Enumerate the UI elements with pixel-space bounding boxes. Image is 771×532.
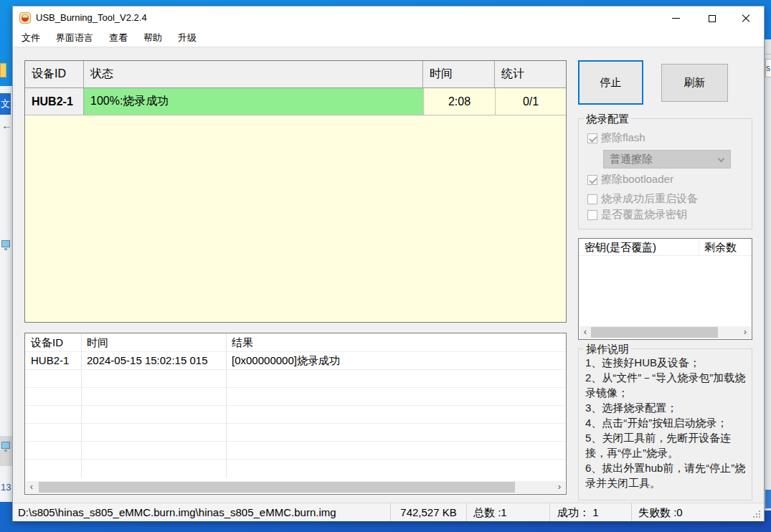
instructions-group: 操作说明 1、连接好HUB及设备； 2、从“文件”－“导入烧录包”加载烧录镜像；… — [578, 348, 752, 500]
menu-upgrade[interactable]: 升级 — [170, 29, 204, 47]
client-area: 设备ID 状态 时间 统计 HUB2-1 100%:烧录成功 2:08 0/1 … — [13, 47, 764, 503]
log-device-id: HUB2-1 — [25, 352, 81, 369]
resize-grip-icon[interactable] — [759, 516, 760, 518]
device-table-header: 设备ID 状态 时间 统计 — [25, 61, 566, 88]
background-letter: s — [765, 59, 771, 77]
checkbox-checked-icon[interactable] — [587, 175, 597, 185]
minimize-button[interactable] — [660, 6, 692, 30]
log-result: [0x00000000]烧录成功 — [226, 352, 566, 369]
erase-flash-option[interactable]: 擦除flash — [587, 131, 645, 145]
menu-file[interactable]: 文件 — [14, 29, 48, 47]
log-table: 设备ID 时间 结果 HUB2-1 2024-05-15 15:02:15 01… — [24, 333, 567, 495]
log-row-empty — [25, 405, 566, 423]
progress-bar: 100%:烧录成功 — [84, 88, 423, 115]
background-number: 13 — [1, 482, 11, 493]
back-arrow-icon: ← — [1, 119, 12, 131]
status-bar: D:\s805\hinas_s805_eMMC.burn.img\hinas_s… — [13, 503, 764, 521]
reboot-after-option[interactable]: 烧录成功后重启设备 — [587, 192, 698, 206]
stop-button[interactable]: 停止 — [578, 60, 643, 105]
instruction-step: 1、连接好HUB及设备； — [585, 355, 749, 370]
header-stat: 统计 — [495, 61, 566, 87]
window-title: USB_Burning_Tool_V2.2.4 — [36, 12, 147, 23]
log-row-empty — [25, 423, 566, 441]
log-table-scrollbar[interactable]: ‹ › — [26, 481, 565, 493]
overwrite-key-label: 是否覆盖烧录密钥 — [601, 208, 687, 222]
computer-icon — [1, 240, 10, 247]
instructions-text: 1、连接好HUB及设备； 2、从“文件”－“导入烧录包”加载烧录镜像； 3、选择… — [585, 355, 749, 490]
overwrite-key-option[interactable]: 是否覆盖烧录密钥 — [587, 208, 687, 222]
checkbox-unchecked-icon[interactable] — [587, 210, 597, 220]
key-table: 密钥(是否覆盖) 剩余数 ‹ › — [578, 238, 752, 340]
image-size: 742,527 KB — [391, 503, 467, 521]
background-blue-icon — [765, 490, 771, 508]
close-button[interactable] — [729, 6, 762, 30]
close-icon — [742, 14, 750, 23]
titlebar: USB_Burning_Tool_V2.2.4 — [13, 6, 764, 30]
header-device-id: 设备ID — [25, 61, 84, 87]
device-progress-table: 设备ID 状态 时间 统计 HUB2-1 100%:烧录成功 2:08 0/1 — [24, 60, 567, 323]
log-row-empty — [25, 459, 566, 477]
maximize-icon — [709, 15, 716, 22]
chevron-down-icon — [718, 156, 725, 163]
header-key: 密钥(是否覆盖) — [579, 239, 699, 255]
success-count: 成功： 1 — [550, 503, 632, 521]
log-row-empty — [25, 441, 566, 459]
background-folder-icon — [0, 63, 6, 77]
checkbox-checked-icon[interactable] — [587, 133, 597, 143]
time-cell: 2:08 — [423, 88, 495, 115]
log-row[interactable]: HUB2-1 2024-05-15 15:02:15 015 [0x000000… — [25, 351, 566, 369]
burn-config-group: 烧录配置 擦除flash 普通擦除 擦除bootloader 烧录成功后重启设备… — [578, 118, 752, 229]
menu-view[interactable]: 查看 — [101, 29, 136, 47]
log-header-time: 时间 — [81, 333, 226, 351]
erase-bootloader-label: 擦除bootloader — [601, 173, 673, 186]
reboot-after-label: 烧录成功后重启设备 — [601, 192, 698, 206]
background-window-right: s — [765, 39, 771, 510]
failed-count: 失败数 :0 — [632, 503, 764, 521]
scrollbar-thumb[interactable] — [39, 482, 515, 493]
burn-config-title: 烧录配置 — [584, 113, 631, 126]
maximize-button[interactable] — [696, 6, 728, 30]
device-row[interactable]: HUB2-1 100%:烧录成功 2:08 0/1 — [25, 88, 566, 115]
header-remaining: 剩余数 — [699, 239, 737, 255]
scroll-left-icon[interactable]: ‹ — [26, 481, 37, 493]
scroll-right-icon[interactable]: › — [739, 326, 751, 338]
key-table-header: 密钥(是否覆盖) 剩余数 — [579, 239, 752, 256]
app-icon — [19, 12, 31, 24]
device-id-cell: HUB2-1 — [25, 88, 84, 115]
scrollbar-thumb[interactable] — [591, 327, 718, 338]
refresh-button[interactable]: 刷新 — [661, 64, 728, 102]
log-time: 2024-05-15 15:02:15 015 — [81, 352, 226, 369]
erase-mode-value: 普通擦除 — [610, 153, 653, 166]
computer-icon — [1, 442, 10, 449]
instruction-step: 6、拔出外置hub前，请先“停止”烧录并关闭工具。 — [585, 460, 749, 490]
total-count: 总数 :1 — [467, 503, 550, 521]
instruction-step: 5、关闭工具前，先断开设备连接，再“停止”烧录。 — [585, 430, 749, 460]
instruction-step: 3、选择烧录配置； — [585, 400, 749, 415]
image-path: D:\s805\hinas_s805_eMMC.burn.img\hinas_s… — [13, 503, 391, 521]
checkbox-unchecked-icon[interactable] — [587, 194, 597, 204]
background-window-left: 文 ← 13 — [0, 86, 12, 502]
log-row-empty — [25, 369, 566, 387]
instruction-step: 4、点击“开始”按钮启动烧录； — [585, 415, 749, 430]
header-time: 时间 — [423, 61, 495, 87]
usb-burning-tool-window: USB_Burning_Tool_V2.2.4 文件 界面语言 查看 帮助 升级… — [12, 6, 765, 521]
header-status: 状态 — [84, 61, 423, 87]
log-table-header: 设备ID 时间 结果 — [25, 333, 566, 351]
menu-help[interactable]: 帮助 — [136, 29, 170, 47]
log-header-device-id: 设备ID — [25, 333, 81, 351]
erase-flash-label: 擦除flash — [601, 131, 645, 145]
scroll-right-icon[interactable]: › — [554, 481, 565, 493]
instruction-step: 2、从“文件”－“导入烧录包”加载烧录镜像； — [585, 370, 749, 400]
key-table-scrollbar[interactable]: ‹ › — [580, 326, 751, 338]
menu-language[interactable]: 界面语言 — [48, 29, 101, 47]
log-row-empty — [25, 387, 566, 405]
explorer-tile-icon: 文 — [0, 93, 11, 115]
stat-cell: 0/1 — [495, 88, 566, 115]
log-header-result: 结果 — [226, 333, 566, 351]
erase-mode-dropdown[interactable]: 普通擦除 — [603, 150, 731, 168]
erase-bootloader-option[interactable]: 擦除bootloader — [587, 173, 673, 186]
scroll-left-icon[interactable]: ‹ — [580, 326, 591, 338]
minimize-icon — [672, 18, 680, 19]
menu-bar: 文件 界面语言 查看 帮助 升级 — [13, 30, 764, 47]
